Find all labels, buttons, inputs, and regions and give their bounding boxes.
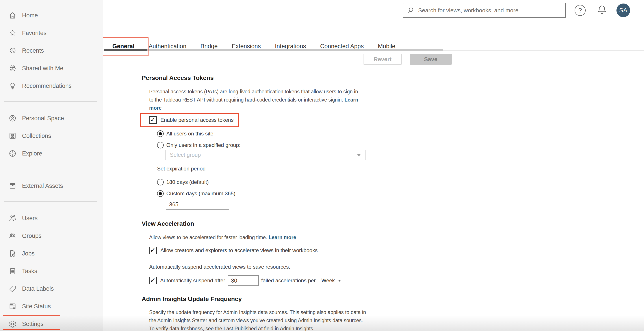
sidebar-item-label: Users	[22, 215, 38, 222]
archive-icon	[8, 182, 17, 190]
sidebar-item-personal-space[interactable]: Personal Space	[0, 109, 103, 127]
sidebar-item-label: Collections	[22, 133, 51, 139]
sidebar-nav: Home Favorites Recents Shared with Me Re…	[0, 0, 103, 331]
save-button[interactable]: Save	[410, 54, 452, 65]
sidebar-item-tasks[interactable]: Tasks	[0, 262, 103, 280]
pat-section-title: Personal Access Tokens	[142, 74, 214, 81]
compass-icon	[8, 149, 17, 158]
users-icon	[8, 214, 17, 222]
failed-accelerations-input[interactable]	[228, 275, 259, 286]
chevron-down-icon[interactable]	[338, 280, 341, 282]
active-tab-indicator	[104, 49, 148, 51]
enable-pat-label: Enable personal access tokens	[160, 117, 234, 123]
tableau-settings-page: Home Favorites Recents Shared with Me Re…	[0, 0, 644, 331]
search-input[interactable]	[418, 7, 562, 14]
view-acceleration-description: Allow views to be accelerated for faster…	[149, 233, 392, 242]
lightbulb-icon	[8, 82, 17, 90]
tab-bridge[interactable]: Bridge	[200, 43, 218, 50]
person-circle-icon	[8, 114, 17, 122]
sidebar-item-explore[interactable]: Explore	[0, 145, 103, 162]
all-users-radio[interactable]	[157, 130, 164, 137]
expiry-180-radio[interactable]	[157, 179, 164, 185]
enable-pat-checkbox[interactable]	[149, 116, 157, 124]
collections-icon	[8, 132, 17, 140]
sidebar-item-recommendations[interactable]: Recommendations	[0, 77, 103, 95]
sidebar-item-site-status[interactable]: Site Status	[0, 298, 103, 315]
expiration-period-label: Set expiration period	[157, 166, 206, 172]
auto-suspend-checkbox[interactable]	[149, 277, 157, 284]
notifications-button[interactable]	[596, 4, 608, 16]
view-acceleration-learn-more-link[interactable]: Learn more	[268, 235, 296, 240]
settings-tab-bar: General Authentication Bridge Extensions…	[112, 37, 396, 50]
enable-pat-row: Enable personal access tokens	[149, 116, 234, 124]
sidebar-item-home[interactable]: Home	[0, 6, 103, 24]
shared-with-me-icon	[8, 64, 17, 72]
expiry-custom-label: Custom days (maximum 365)	[166, 191, 235, 197]
expiry-custom-radio[interactable]	[157, 190, 164, 197]
sidebar-item-data-labels[interactable]: Data Labels	[0, 280, 103, 298]
sidebar-item-label: Groups	[22, 233, 42, 239]
suspend-period-select[interactable]: Week	[322, 278, 335, 284]
sidebar-item-label: Explore	[22, 150, 42, 157]
sidebar-item-label: External Assets	[22, 183, 63, 189]
site-status-icon	[8, 302, 17, 311]
group-select-placeholder: Select group	[170, 152, 201, 158]
pat-description-text: Personal access tokens (PATs) are long-l…	[149, 89, 358, 103]
specified-group-radio[interactable]	[157, 142, 164, 148]
sidebar-item-label: Recommendations	[22, 83, 72, 89]
expiry-180-label: 180 days (default)	[166, 179, 209, 185]
sidebar-item-label: Favorites	[22, 30, 46, 36]
view-acceleration-title: View Acceleration	[142, 220, 194, 227]
question-mark-icon: ?	[574, 5, 586, 16]
allow-acceleration-checkbox[interactable]	[149, 247, 157, 254]
view-acceleration-description-text: Allow views to be accelerated for faster…	[149, 235, 267, 240]
home-icon	[8, 11, 17, 19]
sidebar-item-users[interactable]: Users	[0, 209, 103, 227]
sidebar-item-shared-with-me[interactable]: Shared with Me	[0, 59, 103, 77]
sidebar-divider	[4, 169, 98, 169]
revert-button[interactable]: Revert	[364, 54, 402, 65]
expiry-custom-radio-row: Custom days (maximum 365)	[157, 190, 235, 197]
tab-integrations[interactable]: Integrations	[275, 43, 306, 50]
auto-suspend-prefix: Automatically suspend after	[160, 278, 225, 284]
sidebar-item-label: Tasks	[22, 268, 37, 275]
sidebar-item-favorites[interactable]: Favorites	[0, 24, 103, 42]
sidebar: Home Favorites Recents Shared with Me Re…	[0, 0, 103, 331]
custom-days-input[interactable]	[166, 199, 229, 210]
auto-suspend-row: Automatically suspend after failed accel…	[149, 275, 341, 286]
chevron-down-icon	[357, 154, 361, 156]
sidebar-item-label: Recents	[22, 47, 44, 54]
sidebar-item-external-assets[interactable]: External Assets	[0, 177, 103, 195]
sidebar-item-label: Home	[22, 12, 38, 19]
sidebar-item-settings[interactable]: Settings	[0, 315, 103, 331]
toolbar-divider	[104, 67, 644, 67]
sidebar-item-recents[interactable]: Recents	[0, 42, 103, 59]
sidebar-item-label: Jobs	[22, 250, 34, 257]
allow-acceleration-label: Allow creators and explorers to accelera…	[160, 247, 318, 254]
tab-bar-track	[104, 49, 443, 51]
groups-icon	[8, 232, 17, 240]
sidebar-item-jobs[interactable]: Jobs	[0, 245, 103, 262]
all-users-radio-row: All users on this site	[157, 130, 213, 137]
tab-mobile[interactable]: Mobile	[378, 43, 396, 50]
sidebar-item-label: Site Status	[22, 303, 51, 310]
search-icon	[407, 6, 415, 14]
sidebar-divider	[4, 201, 98, 202]
suspend-description: Automatically suspend accelerated views …	[149, 264, 290, 270]
document-clock-icon	[8, 249, 17, 258]
sidebar-item-groups[interactable]: Groups	[0, 227, 103, 245]
auto-suspend-suffix: failed accelerations per	[261, 278, 316, 284]
group-select[interactable]: Select group	[166, 150, 366, 160]
avatar[interactable]: SA	[616, 3, 630, 17]
tab-extensions[interactable]: Extensions	[232, 43, 261, 50]
sidebar-item-label: Personal Space	[22, 115, 64, 122]
sidebar-item-label: Settings	[22, 321, 44, 328]
sidebar-item-collections[interactable]: Collections	[0, 127, 103, 145]
tag-icon	[8, 285, 17, 293]
tab-authentication[interactable]: Authentication	[149, 43, 186, 50]
tab-general[interactable]: General	[112, 43, 134, 50]
star-icon	[8, 29, 17, 37]
tab-connected-apps[interactable]: Connected Apps	[320, 43, 364, 50]
all-users-label: All users on this site	[166, 131, 213, 137]
help-button[interactable]: ?	[574, 4, 586, 16]
